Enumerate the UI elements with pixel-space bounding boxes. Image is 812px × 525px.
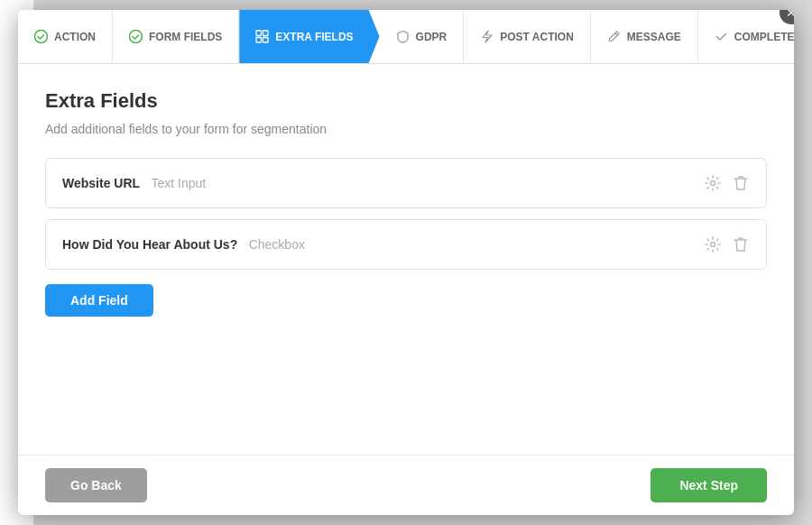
extra-fields-modal: ✕ ACTION FORM FIELDS: [18, 10, 794, 515]
tab-gdpr-label: GDPR: [416, 31, 448, 43]
tab-message-label: MESSAGE: [627, 31, 681, 43]
tab-action[interactable]: ACTION: [18, 10, 113, 63]
next-step-button[interactable]: Next Step: [651, 468, 767, 502]
modal-footer: Go Back Next Step: [18, 455, 794, 515]
field-actions-website-url: [703, 173, 750, 193]
tab-extra-fields[interactable]: EXTRA FIELDS: [239, 10, 379, 63]
tab-extra-fields-label: EXTRA FIELDS: [275, 31, 353, 43]
page-subtitle: Add additional fields to your form for s…: [45, 122, 767, 136]
svg-point-7: [711, 243, 715, 247]
shield-icon: [396, 30, 410, 43]
bolt-icon: [480, 30, 494, 43]
field-row-hear-about-us: How Did You Hear About Us? Checkbox: [45, 219, 767, 270]
delete-button-hear-about-us[interactable]: [732, 235, 750, 254]
page-title: Extra Fields: [45, 89, 767, 113]
tab-post-action[interactable]: POST ACTION: [464, 10, 591, 63]
svg-point-0: [35, 31, 48, 43]
svg-point-1: [130, 31, 143, 43]
add-field-button[interactable]: Add Field: [45, 284, 153, 317]
check-circle-icon-2: [129, 30, 143, 43]
field-info: Website URL Text Input: [62, 175, 206, 191]
svg-point-6: [711, 181, 715, 186]
tab-form-fields[interactable]: FORM FIELDS: [113, 10, 239, 63]
field-label-hear-about-us: How Did You Hear About Us?: [62, 237, 237, 252]
field-type-website-url: Text Input: [152, 176, 207, 190]
field-info-2: How Did You Hear About Us? Checkbox: [62, 236, 305, 253]
svg-rect-3: [263, 31, 269, 36]
svg-rect-4: [256, 38, 262, 43]
check-circle-icon: [34, 30, 48, 43]
field-actions-hear-about-us: [703, 235, 750, 254]
svg-rect-5: [263, 38, 269, 43]
grid-icon: [255, 30, 269, 43]
tab-complete-label: COMPLETE: [734, 31, 794, 43]
field-row-website-url: Website URL Text Input: [45, 158, 767, 208]
tab-form-fields-label: FORM FIELDS: [149, 31, 222, 43]
settings-button-website-url[interactable]: [703, 173, 723, 193]
tab-post-action-label: POST ACTION: [500, 31, 574, 43]
tab-bar: ACTION FORM FIELDS EXTRA FIELDS: [18, 10, 794, 64]
check-icon: [715, 30, 728, 43]
go-back-button[interactable]: Go Back: [45, 468, 147, 502]
tab-action-label: ACTION: [54, 31, 96, 43]
delete-button-website-url[interactable]: [732, 173, 750, 193]
svg-rect-2: [256, 31, 262, 36]
field-label-website-url: Website URL: [62, 176, 140, 190]
tab-complete[interactable]: COMPLETE: [698, 10, 794, 63]
field-type-hear-about-us: Checkbox: [249, 237, 305, 252]
tab-message[interactable]: MESSAGE: [591, 10, 698, 63]
tab-gdpr[interactable]: GDPR: [380, 10, 465, 63]
pencil-icon: [607, 30, 621, 43]
settings-button-hear-about-us[interactable]: [703, 235, 723, 254]
modal-body: Extra Fields Add additional fields to yo…: [18, 64, 794, 455]
